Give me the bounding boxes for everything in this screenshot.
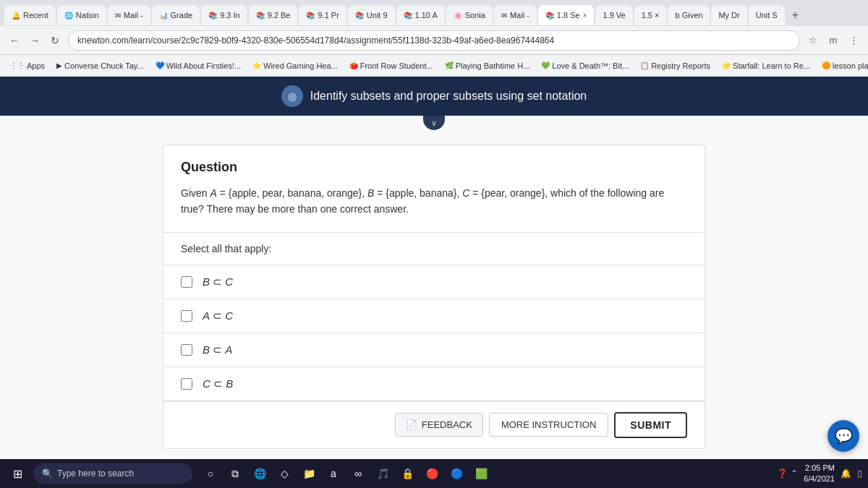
checkbox-acc[interactable] — [181, 310, 192, 322]
lesson-header-text: Identify subsets and proper subsets usin… — [310, 90, 587, 103]
mail1-icon: ✉ — [115, 12, 121, 20]
set-A-var: A — [210, 187, 216, 199]
url-bar[interactable] — [68, 30, 800, 51]
tab-mydr[interactable]: My Dr — [711, 5, 746, 25]
tab-91pr[interactable]: 📚 9.1 Pr — [299, 5, 346, 25]
checkbox-ccb[interactable] — [181, 378, 192, 390]
feedback-label: FEEDBACK — [422, 419, 472, 430]
choice-bcc[interactable]: B ⊂ C — [163, 265, 705, 299]
playing-icon: 🌿 — [445, 61, 454, 69]
show-desktop-icon[interactable]: ▯ — [857, 468, 862, 479]
collapse-header-button[interactable]: ∨ — [423, 116, 445, 130]
tab-92be[interactable]: 📚 9.2 Be — [249, 5, 298, 25]
bookmarks-bar: ⋮⋮ Apps ▶ Converse Chuck Tay... 💙 Wild A… — [0, 55, 868, 77]
close-tab-icon[interactable]: × — [583, 12, 587, 20]
tab-given[interactable]: b Given — [668, 5, 710, 25]
bookmark-icon[interactable]: ☆ — [804, 32, 822, 49]
bookmark-lesson[interactable]: 🟠 lesson plans Archiv... — [817, 60, 868, 72]
tab-sonia[interactable]: 🌸 Sonia — [446, 5, 493, 25]
taskbar-dropbox[interactable]: ◇ — [273, 463, 295, 484]
menu-icon[interactable]: ⋮ — [845, 32, 862, 49]
tab-units[interactable]: Unit S — [749, 5, 785, 25]
checkbox-bcc[interactable] — [181, 276, 192, 288]
tab-recent[interactable]: 🔔 Recent — [4, 5, 56, 25]
91pr-icon: 📚 — [306, 12, 315, 20]
taskbar-right: ❓ ⌃ 2:05 PM 6/4/2021 🔔 ▯ — [777, 463, 862, 485]
more-instruction-button[interactable]: MORE INSTRUCTION — [489, 413, 608, 437]
bookmark-love-label: Love & Death™: Bit... — [552, 61, 629, 70]
tab-unit9[interactable]: 📚 Unit 9 — [348, 5, 395, 25]
notification-icon[interactable]: 🔔 — [841, 468, 851, 479]
taskbar-folder[interactable]: 📁 — [298, 463, 320, 484]
taskbar-chrome[interactable]: 🔵 — [446, 463, 467, 484]
action-row: 📄 FEEDBACK MORE INSTRUCTION SUBMIT — [163, 401, 705, 448]
start-button[interactable]: ⊞ — [6, 462, 29, 485]
wired-icon: ⭐ — [252, 61, 261, 69]
bookmark-starfall-label: Starfall: Learn to Re... — [733, 61, 810, 70]
taskbar-cortana[interactable]: ○ — [200, 463, 221, 484]
question-section: Question Given A = {apple, pear, banana,… — [163, 145, 705, 233]
taskbar: ⊞ 🔍 Type here to search ○ ⧉ 🌐 ◇ 📁 a ∞ 🎵 … — [0, 459, 868, 488]
taskbar-red-circle[interactable]: 🔴 — [421, 463, 443, 484]
converse-icon: ▶ — [56, 61, 62, 69]
taskbar-excel[interactable]: 🟩 — [470, 463, 492, 484]
lesson-header: ◎ Identify subsets and proper subsets us… — [0, 77, 868, 116]
bookmark-frontrow[interactable]: 🍅 Front Row Student... — [345, 60, 438, 72]
choice-bca[interactable]: B ⊂ A — [163, 333, 705, 367]
choice-ccb[interactable]: C ⊂ B — [163, 367, 705, 401]
taskbar-taskview[interactable]: ⧉ — [224, 463, 246, 484]
bookmark-registry[interactable]: 📋 Registry Reports — [636, 60, 715, 72]
tab-nation[interactable]: 🌐 Nation — [57, 5, 106, 25]
lesson-icon: 🟠 — [822, 61, 830, 69]
bookmark-playing[interactable]: 🌿 Playing Bathtime H... — [441, 60, 535, 72]
nation-icon: 🌐 — [64, 12, 73, 20]
chat-icon: 💬 — [835, 427, 853, 445]
submit-label: SUBMIT — [630, 419, 671, 431]
choice-bca-text: B ⊂ A — [203, 343, 232, 356]
taskbar-infinity[interactable]: ∞ — [347, 463, 369, 484]
question-mark-icon[interactable]: ❓ — [777, 468, 788, 479]
feedback-icon: 📄 — [406, 419, 417, 430]
bookmark-wired-label: Wired Gaming Hea... — [263, 61, 338, 70]
bookmark-converse-label: Converse Chuck Tay... — [64, 61, 144, 70]
sonia-icon: 🌸 — [454, 12, 462, 20]
bookmark-starfall[interactable]: 🌟 Starfall: Learn to Re... — [718, 60, 814, 72]
taskbar-search-icon: 🔍 — [42, 468, 53, 479]
tab-mail2[interactable]: ✉ Mail - — [494, 5, 537, 25]
forward-button[interactable]: → — [26, 32, 43, 49]
taskbar-search-bar[interactable]: 🔍 Type here to search — [33, 463, 192, 484]
taskbar-lock[interactable]: 🔒 — [396, 463, 418, 484]
tab-18se[interactable]: 📚 1.8 Se × — [538, 5, 595, 25]
new-tab-button[interactable]: + — [786, 9, 804, 22]
choice-acc[interactable]: A ⊂ C — [163, 299, 705, 333]
reload-button[interactable]: ↻ — [46, 32, 64, 49]
bookmark-converse[interactable]: ▶ Converse Chuck Tay... — [52, 60, 148, 72]
up-arrow-icon[interactable]: ⌃ — [791, 468, 798, 479]
bookmark-wild[interactable]: 💙 Wild About Firsties!... — [151, 60, 245, 72]
bookmark-apps-label: Apps — [27, 61, 45, 70]
user-icon[interactable]: m — [825, 32, 842, 49]
taskbar-system-icons: ❓ ⌃ — [777, 468, 798, 479]
110a-icon: 📚 — [404, 12, 412, 20]
more-instruction-label: MORE INSTRUCTION — [501, 419, 596, 430]
93in-icon: 📚 — [208, 12, 217, 20]
taskbar-windows-media[interactable]: 🎵 — [372, 463, 393, 484]
taskbar-edge[interactable]: 🌐 — [249, 463, 271, 484]
back-button[interactable]: ← — [6, 32, 23, 49]
tab-93in[interactable]: 📚 9.3 In — [201, 5, 247, 25]
tab-mail1[interactable]: ✉ Mail - — [108, 5, 150, 25]
set-B-var: B — [367, 187, 374, 199]
tab-15x[interactable]: 1.5 × — [634, 5, 667, 25]
chat-bubble-button[interactable]: 💬 — [827, 420, 859, 452]
taskbar-amazon[interactable]: a — [323, 463, 344, 484]
submit-button[interactable]: SUBMIT — [614, 412, 687, 438]
checkbox-bca[interactable] — [181, 344, 192, 356]
bookmark-wired[interactable]: ⭐ Wired Gaming Hea... — [248, 60, 342, 72]
bookmark-apps[interactable]: ⋮⋮ Apps — [6, 60, 49, 72]
bookmark-love[interactable]: 💚 Love & Death™: Bit... — [537, 60, 633, 72]
feedback-button[interactable]: 📄 FEEDBACK — [395, 413, 483, 437]
unit9-icon: 📚 — [355, 12, 364, 20]
tab-110a[interactable]: 📚 1.10 A — [396, 5, 445, 25]
tab-grade[interactable]: 📊 Grade — [152, 5, 200, 25]
tab-19ve[interactable]: 1.9 Ve — [595, 5, 632, 25]
